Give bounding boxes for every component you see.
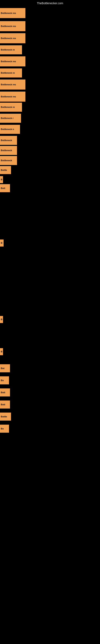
bottleneck-badge-b19: B (0, 316, 3, 323)
bottleneck-badge-b16: B (0, 176, 3, 183)
bottleneck-badge-b7: Bottleneck res (0, 80, 25, 90)
bottleneck-badge-b2: Bottleneck res (0, 21, 25, 31)
bottleneck-badge-b21: Bot (0, 364, 10, 372)
bottleneck-badge-b26: Bo (0, 425, 9, 433)
bottleneck-badge-b8: Bottleneck res (0, 92, 25, 102)
bottleneck-badge-b17: Bott (0, 184, 10, 192)
bottleneck-badge-b22: Bo (0, 376, 9, 384)
bottleneck-badge-b5: Bottleneck res (0, 56, 25, 66)
bottleneck-badge-b25: Bottle (0, 412, 11, 420)
bottleneck-badge-b11: Bottleneck n (0, 125, 20, 134)
bottleneck-badge-b15: Bottle (0, 166, 11, 174)
bottleneck-badge-b9: Bottleneck re (0, 103, 22, 112)
bottleneck-badge-b6: Bottleneck re (0, 68, 22, 78)
bottleneck-badge-b24: Bott (0, 400, 10, 408)
bottleneck-badge-b18: B (0, 240, 3, 246)
bottleneck-badge-b13: Bottleneck (0, 146, 17, 155)
bottleneck-badge-b3: Bottleneck res (0, 33, 25, 43)
bottleneck-badge-b10: Bottleneck r (0, 114, 21, 123)
bottleneck-badge-b20: B (0, 348, 3, 355)
bottleneck-badge-b4: Bottleneck re (0, 45, 22, 54)
site-title: TheBottlenecker.com (37, 2, 63, 5)
bottleneck-badge-b1: Bottleneck res (0, 8, 25, 18)
bottleneck-badge-b12: Bottleneck (0, 136, 17, 145)
bottleneck-badge-b14: Bottleneck (0, 156, 17, 165)
bottleneck-badge-b23: Bott (0, 388, 10, 396)
